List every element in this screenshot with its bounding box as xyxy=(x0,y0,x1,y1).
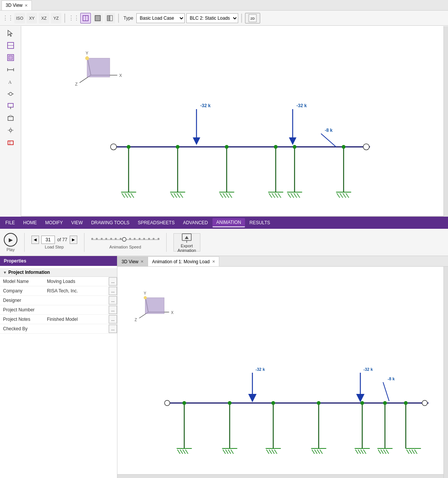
menu-results[interactable]: RESULTS xyxy=(246,219,274,227)
ground-support-3 xyxy=(219,192,234,198)
svg-line-116 xyxy=(178,450,180,454)
tab-3d-view[interactable]: 3D View ✕ xyxy=(2,0,32,10)
close-bottom-3d-view-icon[interactable]: ✕ xyxy=(140,259,144,264)
menu-file[interactable]: FILE xyxy=(2,219,19,227)
svg-line-72 xyxy=(294,193,297,198)
tool-render[interactable] xyxy=(4,137,17,148)
step-next-button[interactable]: ▶ xyxy=(70,236,77,244)
menu-drawing-tools[interactable]: DRAWING TOOLS xyxy=(87,219,133,227)
menu-advanced[interactable]: ADVANCED xyxy=(179,219,212,227)
svg-point-114 xyxy=(404,401,408,405)
render-mixed-button[interactable] xyxy=(105,13,115,23)
divider-3 xyxy=(166,233,167,252)
svg-line-141 xyxy=(378,450,381,454)
bottom-ground-support-6 xyxy=(378,448,393,454)
svg-line-70 xyxy=(288,193,291,198)
svg-line-148 xyxy=(412,450,415,454)
prop-edit-checked-by-button[interactable]: ... xyxy=(109,325,117,333)
view-xy-button[interactable]: XY xyxy=(27,13,37,23)
menu-spreadsheets[interactable]: SPREADSHEETS xyxy=(134,219,178,227)
menu-view[interactable]: VIEW xyxy=(67,219,87,227)
bottom-hscrollbar[interactable] xyxy=(117,474,443,478)
prop-edit-project-notes-button[interactable]: ... xyxy=(109,315,117,323)
svg-text:-32 k: -32 k xyxy=(364,367,373,372)
tool-constraint[interactable] xyxy=(4,112,17,124)
svg-text:X: X xyxy=(119,73,122,78)
tool-frame[interactable] xyxy=(4,40,17,51)
ground-support-2 xyxy=(170,192,185,198)
step-prev-button[interactable]: ◀ xyxy=(31,236,39,244)
view-2d-button[interactable]: 2D xyxy=(245,13,260,23)
play-control-group: ▶ Play xyxy=(4,233,17,252)
svg-line-75 xyxy=(337,193,340,198)
render-solid-button[interactable] xyxy=(92,13,103,23)
svg-line-66 xyxy=(272,193,275,198)
tool-settings[interactable] xyxy=(4,125,17,136)
svg-rect-24 xyxy=(8,141,13,145)
menu-animation[interactable]: ANIMATION xyxy=(212,218,245,227)
bottom-ground-support-7 xyxy=(406,448,421,454)
tab-animation-moving-load[interactable]: Animation of 1: Moving Load ✕ xyxy=(148,256,219,266)
view-yz-button[interactable]: YZ xyxy=(51,13,61,23)
svg-marker-154 xyxy=(356,394,365,402)
prop-edit-designer-button[interactable]: ... xyxy=(109,296,117,305)
step-input[interactable] xyxy=(41,236,55,244)
export-animation-button[interactable]: Export Animation xyxy=(173,233,200,251)
svg-line-58 xyxy=(180,193,183,198)
load-type-select[interactable]: Basic Load Case Load Combination xyxy=(136,13,185,23)
tool-panel[interactable] xyxy=(4,52,17,63)
bottom-ground-support-4 xyxy=(311,448,326,454)
speed-slider[interactable] xyxy=(91,236,159,243)
tool-load[interactable] xyxy=(4,100,17,112)
step-row: ◀ of 77 ▶ xyxy=(31,236,77,244)
top-scrollbar[interactable] xyxy=(443,26,448,217)
svg-point-44 xyxy=(176,145,180,149)
properties-body: ▼ Project Information Model Name Moving … xyxy=(0,266,117,336)
step-label: Load Step xyxy=(45,245,64,249)
tab-bottom-3d-view[interactable]: 3D View ✕ xyxy=(117,256,148,266)
svg-line-142 xyxy=(381,450,384,454)
prop-edit-company-button[interactable]: ... xyxy=(109,287,117,295)
svg-line-123 xyxy=(228,450,231,454)
section-collapse-toggle[interactable]: ▼ xyxy=(3,270,7,275)
bottom-scrollbar[interactable] xyxy=(443,267,448,478)
prop-edit-model-name-button[interactable]: ... xyxy=(109,277,117,286)
close-animation-tab-icon[interactable]: ✕ xyxy=(212,259,215,264)
bottom-ground-support-2 xyxy=(222,448,237,454)
blc-select[interactable]: BLC 1: Dead Load BLC 2: Static Loads BLC… xyxy=(186,13,238,23)
svg-point-97 xyxy=(144,296,147,299)
step-total: of 77 xyxy=(57,237,67,242)
tool-annotation[interactable]: A xyxy=(4,76,17,87)
svg-rect-32 xyxy=(87,58,110,77)
svg-line-62 xyxy=(226,193,229,198)
svg-line-139 xyxy=(364,450,366,454)
svg-line-117 xyxy=(180,450,183,454)
svg-point-36 xyxy=(363,144,369,150)
prop-row-designer: Designer ... xyxy=(0,296,117,305)
svg-text:X: X xyxy=(171,311,174,315)
svg-line-136 xyxy=(356,450,358,454)
play-button[interactable]: ▶ xyxy=(4,233,17,247)
menu-modify[interactable]: MODIFY xyxy=(41,219,67,227)
svg-line-121 xyxy=(223,450,226,454)
svg-line-143 xyxy=(384,450,386,454)
prop-edit-project-number-button[interactable]: ... xyxy=(109,306,117,314)
bottom-coord-indicator: X Y Z xyxy=(135,291,174,322)
render-wireframe-button[interactable] xyxy=(80,13,91,23)
svg-rect-4 xyxy=(110,16,112,21)
tool-select[interactable] xyxy=(4,28,17,39)
svg-line-124 xyxy=(231,450,234,454)
tool-node[interactable] xyxy=(4,88,17,100)
view-xz-button[interactable]: XZ xyxy=(39,13,49,23)
tool-dimension[interactable] xyxy=(4,64,17,75)
toolbar-grip-icon-2: ⋮⋮ xyxy=(68,14,79,22)
menu-home[interactable]: HOME xyxy=(19,219,41,227)
svg-line-57 xyxy=(177,193,180,198)
prop-value-designer xyxy=(45,296,103,305)
svg-point-33 xyxy=(85,56,89,60)
close-3d-view-icon[interactable]: ✕ xyxy=(25,3,28,8)
export-label: Export Animation xyxy=(178,244,196,253)
svg-point-47 xyxy=(293,145,297,149)
prop-row-checked-by: Checked By ... xyxy=(0,324,117,334)
view-iso-button[interactable]: ISO xyxy=(14,13,25,23)
